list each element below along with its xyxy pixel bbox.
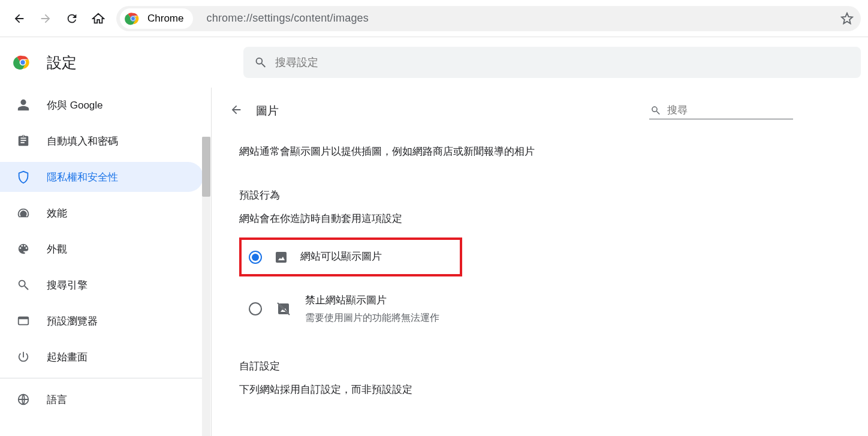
sidebar-item-label: 語言 [47,393,67,407]
clipboard-icon [17,134,30,148]
sidebar-item-performance[interactable]: 效能 [0,198,203,228]
browser-toolbar: Chrome chrome://settings/content/images [0,0,868,37]
settings-search-input[interactable] [275,56,850,69]
search-icon [650,104,661,116]
content-back-button[interactable] [230,103,243,119]
sidebar-item-label: 你與 Google [47,98,103,112]
power-icon [17,350,30,363]
chrome-icon [125,10,141,27]
sidebar-item-label: 隱私權和安全性 [47,170,118,184]
page-header-row: 設定 [0,37,868,88]
page-title: 設定 [47,53,77,73]
settings-search[interactable] [243,47,861,78]
site-chip-label: Chrome [147,13,183,25]
sidebar-item-label: 效能 [47,206,67,220]
person-icon [17,98,30,112]
site-chip: Chrome [120,8,193,29]
sidebar-item-on-startup[interactable]: 起始畫面 [0,342,203,372]
content-search[interactable] [649,102,793,119]
custom-settings-title: 自訂設定 [239,359,783,373]
sidebar-item-label: 搜尋引擎 [47,278,88,292]
sidebar-item-search-engine[interactable]: 搜尋引擎 [0,270,203,300]
content-search-input[interactable] [667,104,792,116]
palette-icon [17,242,30,255]
image-icon [274,250,288,264]
sidebar-item-label: 外觀 [47,242,67,256]
bookmark-star-icon[interactable] [840,12,854,25]
home-button[interactable] [86,7,110,31]
option-block-images[interactable]: 禁止網站顯示圖片 需要使用圖片的功能將無法運作 [230,282,793,335]
main-content: 圖片 網站通常會顯示圖片以提供插圖，例如網路商店或新聞報導的相片 預設行為 網站… [211,88,868,436]
scrollbar-thumb[interactable] [202,137,210,197]
svg-rect-9 [276,252,287,263]
description-text: 網站通常會顯示圖片以提供插圖，例如網路商店或新聞報導的相片 [239,143,783,160]
content-header: 圖片 [230,102,793,119]
address-bar[interactable]: Chrome chrome://settings/content/images [116,6,861,31]
reload-button[interactable] [60,7,84,31]
shield-icon [17,170,30,184]
custom-settings-sub: 下列網站採用自訂設定，而非預設設定 [239,383,783,396]
search-icon [254,56,267,69]
radio-checked-icon [249,251,262,264]
option-allow-images[interactable]: 網站可以顯示圖片 [243,241,459,273]
svg-point-5 [20,60,25,64]
image-off-icon [276,302,291,316]
sidebar-item-you-and-google[interactable]: 你與 Google [0,90,203,120]
sidebar-item-label: 預設瀏覽器 [47,314,98,328]
speed-icon [17,206,30,219]
content-title: 圖片 [256,103,279,119]
forward-button[interactable] [34,7,58,31]
sidebar-item-languages[interactable]: 語言 [0,384,203,414]
svg-rect-7 [19,317,29,320]
back-button[interactable] [7,7,31,31]
option-block-label: 禁止網站顯示圖片 需要使用圖片的功能將無法運作 [305,292,439,326]
default-behavior-sub: 網站會在你造訪時自動套用這項設定 [239,212,783,225]
sidebar-item-autofill[interactable]: 自動填入和密碼 [0,126,203,156]
option-allow-label: 網站可以顯示圖片 [300,248,382,266]
globe-icon [17,393,30,406]
default-behavior-title: 預設行為 [239,188,783,202]
sidebar-item-privacy[interactable]: 隱私權和安全性 [0,162,203,192]
browser-icon [17,314,30,327]
sidebar-item-label: 自動填入和密碼 [47,134,118,148]
highlight-annotation: 網站可以顯示圖片 [239,237,462,276]
radio-unchecked-icon [249,302,262,315]
sidebar-item-default-browser[interactable]: 預設瀏覽器 [0,306,203,336]
search-icon [17,278,30,291]
url-text: chrome://settings/content/images [206,12,369,25]
svg-point-2 [131,17,135,20]
sidebar-item-appearance[interactable]: 外觀 [0,234,203,264]
chrome-logo-icon [13,53,32,72]
sidebar: 你與 Google 自動填入和密碼 隱私權和安全性 效能 外觀 搜尋引擎 [0,88,211,436]
sidebar-item-label: 起始畫面 [47,350,88,364]
sidebar-divider [0,378,210,378]
